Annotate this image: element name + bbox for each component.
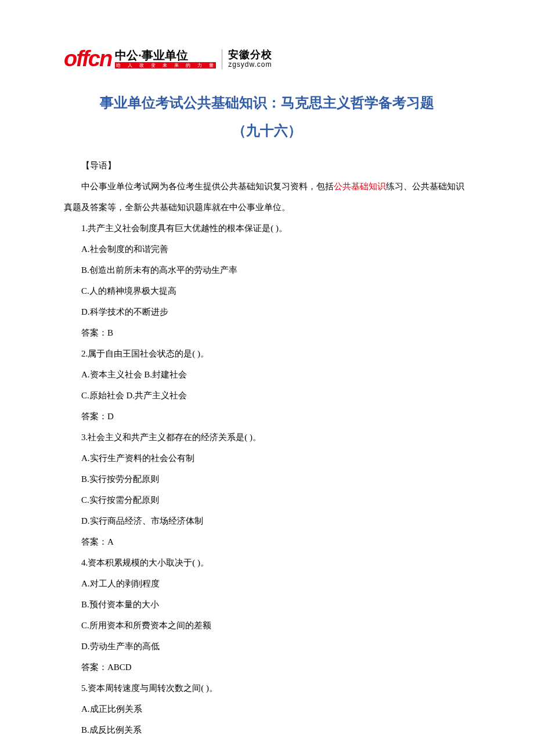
answer-2: 答案：D <box>64 406 470 427</box>
option-4a: A.对工人的剥削程度 <box>64 573 470 594</box>
logo-brand-cn: 中公·事业单位 <box>115 49 216 61</box>
option-1a: A.社会制度的和谐完善 <box>64 239 470 260</box>
question-1: 1.共产主义社会制度具有巨大优越性的根本保证是( )。 <box>64 218 470 239</box>
logo-middle: 中公·事业单位 给 人 改 变 未 来 的 力 量 <box>115 49 216 69</box>
option-4b: B.预付资本量的大小 <box>64 594 470 615</box>
option-1b: B.创造出前所未有的高水平的劳动生产率 <box>64 260 470 280</box>
intro-highlight: 公共基础知识 <box>334 182 386 191</box>
answer-3: 答案：A <box>64 531 470 552</box>
option-1d: D.科学技术的不断进步 <box>64 301 470 322</box>
answer-4: 答案：ABCD <box>64 657 470 678</box>
option-3b: B.实行按劳分配原则 <box>64 469 470 489</box>
logo-divider <box>222 49 222 69</box>
logo-right: 安徽分校 zgsydw.com <box>228 49 272 69</box>
logo-branch-url: zgsydw.com <box>228 61 272 69</box>
option-2ab: A.资本主义社会 B.封建社会 <box>64 364 470 385</box>
question-5: 5.资本周转速度与周转次数之间( )。 <box>64 678 470 699</box>
intro-label: 【导语】 <box>64 155 470 176</box>
option-3d: D.实行商品经济、市场经济体制 <box>64 510 470 531</box>
logo-slogan: 给 人 改 变 未 来 的 力 量 <box>115 62 216 69</box>
option-1c: C.人的精神境界极大提高 <box>64 280 470 301</box>
document-title: 事业单位考试公共基础知识：马克思主义哲学备考习题 （九十六） <box>64 89 470 145</box>
logo-block: offcn 中公·事业单位 给 人 改 变 未 来 的 力 量 安徽分校 zgs… <box>64 46 470 71</box>
intro-pre: 中公事业单位考试网为各位考生提供公共基础知识复习资料，包括 <box>81 182 334 191</box>
option-5b: B.成反比例关系 <box>64 719 470 740</box>
logo-brand-en: offcn <box>64 46 111 71</box>
option-3c: C.实行按需分配原则 <box>64 489 470 510</box>
option-3a: A.实行生产资料的社会公有制 <box>64 448 470 469</box>
document-page: offcn 中公·事业单位 给 人 改 变 未 来 的 力 量 安徽分校 zgs… <box>0 0 534 756</box>
title-line-1: 事业单位考试公共基础知识：马克思主义哲学备考习题 <box>64 89 470 117</box>
option-5a: A.成正比例关系 <box>64 699 470 719</box>
title-line-2: （九十六） <box>64 117 470 145</box>
question-3: 3.社会主义和共产主义都存在的经济关系是( )。 <box>64 427 470 448</box>
option-2cd: C.原始社会 D.共产主义社会 <box>64 385 470 406</box>
document-content: 【导语】 中公事业单位考试网为各位考生提供公共基础知识复习资料，包括公共基础知识… <box>64 155 470 740</box>
question-2: 2.属于自由王国社会状态的是( )。 <box>64 343 470 364</box>
intro-paragraph: 中公事业单位考试网为各位考生提供公共基础知识复习资料，包括公共基础知识练习、公共… <box>64 176 470 218</box>
option-4d: D.劳动生产率的高低 <box>64 636 470 657</box>
question-4: 4.资本积累规模的大小取决于( )。 <box>64 552 470 573</box>
answer-1: 答案：B <box>64 322 470 343</box>
option-4c: C.所用资本和所费资本之间的差额 <box>64 615 470 636</box>
logo-branch-cn: 安徽分校 <box>228 49 272 61</box>
